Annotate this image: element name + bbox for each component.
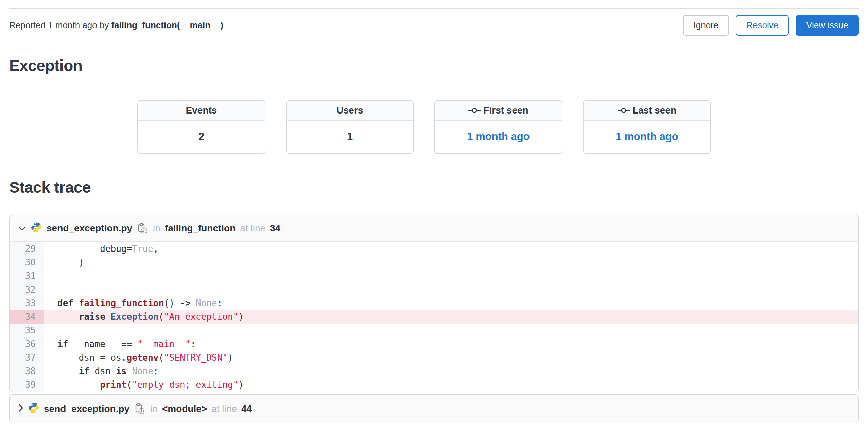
code-text [44, 324, 858, 337]
chevron-right-icon [18, 403, 23, 414]
stat-value-users: 1 [287, 121, 413, 153]
line-number: 34 [10, 310, 44, 324]
frame-header-toggle[interactable]: send_exception.py in <module> at line 44 [10, 395, 858, 423]
frame-in-word: in [153, 223, 160, 234]
code-line-34: 34 raise Exception("An exception") [10, 310, 858, 324]
frame-at-words: at line [211, 403, 237, 414]
frame-line-number: 34 [270, 223, 280, 234]
stats-row: Events 2 Users 1 First seen 1 month ago … [137, 100, 859, 154]
code-text: raise Exception("An exception") [44, 310, 858, 324]
line-number: 35 [10, 324, 44, 337]
frame-function: failing_function [165, 223, 236, 234]
stat-label-last-seen: Last seen [584, 101, 710, 121]
line-number: 37 [10, 351, 44, 364]
exception-heading: Exception [9, 57, 859, 74]
line-number: 30 [10, 256, 44, 269]
stat-label-users: Users [287, 101, 413, 121]
code-text: if dsn is None: [44, 364, 858, 378]
code-line-29: 29 debug=True, [10, 242, 858, 256]
code-text: dsn = os.getenv("SENTRY_DSN") [44, 351, 858, 364]
frame-line-number: 44 [241, 403, 252, 414]
last-seen-link[interactable]: 1 month ago [584, 121, 710, 153]
line-number: 31 [10, 269, 44, 283]
header-divider [9, 42, 859, 42]
frame-at-words: at line [240, 223, 265, 234]
line-number: 32 [10, 283, 44, 296]
code-line-32: 32 [10, 283, 858, 296]
view-issue-button[interactable]: View issue [796, 15, 859, 36]
frame-filename: send_exception.py [44, 403, 129, 414]
code-text: ) [44, 256, 858, 269]
stack-trace-heading: Stack trace [9, 178, 859, 196]
python-icon [31, 222, 42, 236]
line-number: 36 [10, 337, 44, 351]
stat-label-text: Events [186, 105, 217, 116]
line-number: 38 [10, 364, 44, 378]
action-buttons: Ignore Resolve View issue [683, 15, 859, 36]
copy-button[interactable] [137, 223, 149, 234]
ignore-button[interactable]: Ignore [683, 15, 729, 36]
code-line-38: 38 if dsn is None: [10, 364, 858, 378]
code-line-37: 37 dsn = os.getenv("SENTRY_DSN") [10, 351, 858, 364]
frame-filename: send_exception.py [47, 223, 132, 234]
stat-label-first-seen: First seen [435, 101, 562, 121]
reporter-name: failing_function(__main__) [111, 20, 223, 30]
header-bar: Reported 1 month ago byfailing_function(… [9, 9, 859, 42]
commit-icon [618, 107, 630, 114]
copy-button[interactable] [134, 403, 146, 414]
line-number: 39 [10, 378, 44, 392]
copy-icon [138, 223, 147, 234]
stat-label-text: First seen [483, 105, 528, 116]
code-line-35: 35 [10, 324, 858, 337]
code-line-36: 36if __name__ == "__main__": [10, 337, 858, 351]
code-line-39: 39 print("empty dsn; exiting") [10, 378, 858, 392]
code-text: if __name__ == "__main__": [44, 337, 858, 351]
stat-card-last-seen: Last seen 1 month ago [583, 100, 711, 154]
code-line-31: 31 [10, 269, 858, 283]
stat-label-text: Users [337, 105, 363, 116]
stat-label-events: Events [138, 101, 265, 121]
frame-in-word: in [150, 403, 158, 414]
stat-label-text: Last seen [632, 105, 676, 116]
chevron-down-icon [18, 223, 26, 234]
code-text: debug=True, [44, 242, 858, 256]
stack-frame-expanded: send_exception.py in failing_function at… [9, 215, 859, 392]
reported-text: Reported 1 month ago byfailing_function(… [9, 20, 223, 31]
code-text: print("empty dsn; exiting") [44, 378, 858, 392]
python-icon [28, 402, 39, 416]
code-text [44, 283, 858, 296]
frame-header-toggle[interactable]: send_exception.py in failing_function at… [10, 215, 858, 242]
stat-card-users: Users 1 [286, 100, 414, 154]
line-number: 29 [10, 242, 44, 256]
stack-frame-collapsed: send_exception.py in <module> at line 44 [9, 394, 859, 423]
first-seen-link[interactable]: 1 month ago [435, 121, 562, 153]
commit-icon [468, 107, 481, 114]
frame-function: <module> [162, 403, 207, 414]
code-line-30: 30 ) [10, 256, 858, 269]
issue-detail-page: Reported 1 month ago byfailing_function(… [0, 8, 868, 423]
copy-icon [135, 403, 144, 414]
line-number: 33 [10, 296, 44, 310]
code-line-33: 33def failing_function() -> None: [10, 296, 858, 310]
resolve-button[interactable]: Resolve [736, 15, 789, 36]
stat-card-first-seen: First seen 1 month ago [434, 100, 562, 154]
stat-card-events: Events 2 [137, 100, 265, 154]
reported-prefix: Reported 1 month ago by [9, 20, 109, 30]
stat-value-events: 2 [138, 121, 265, 153]
code-lines: 29 debug=True,30 )313233def failing_func… [10, 242, 858, 392]
code-text: def failing_function() -> None: [44, 296, 858, 310]
code-text [44, 269, 858, 283]
